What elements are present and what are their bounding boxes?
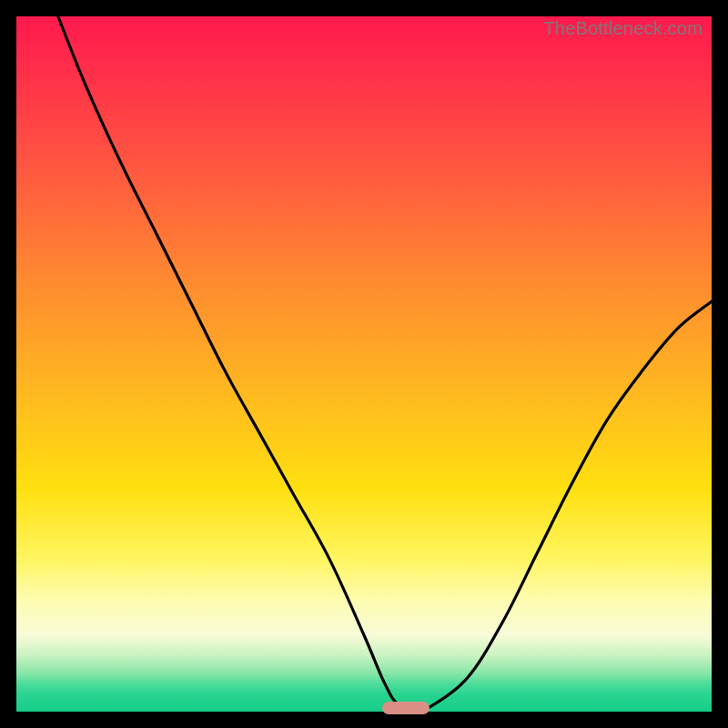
bottleneck-curve [16,16,712,712]
plot-area: TheBottleneck.com [16,16,712,712]
optimal-marker-pill [382,702,430,714]
chart-frame: TheBottleneck.com [0,0,728,728]
